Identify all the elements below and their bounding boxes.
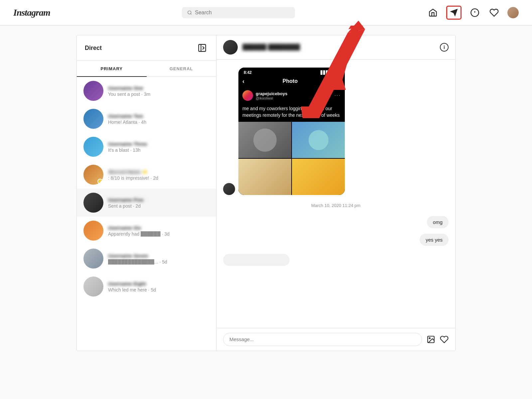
conv-preview: ██████████████... · 5d bbox=[108, 259, 209, 265]
message-bubble: yes yes bbox=[420, 234, 449, 246]
conv-info: Username One You sent a post · 3m bbox=[108, 85, 209, 97]
explore-nav-button[interactable] bbox=[469, 7, 481, 19]
conv-info: Username Five Sent a post · 2d bbox=[108, 197, 209, 209]
chat-recipient-avatar bbox=[223, 40, 238, 55]
conv-name: Username One bbox=[108, 85, 209, 91]
direct-icon bbox=[449, 8, 459, 17]
left-header: Direct bbox=[77, 35, 216, 61]
message-timestamp: March 10, 2020 11:24 pm bbox=[223, 203, 449, 208]
list-item[interactable]: Username Six Apparently had ██████ · 3d bbox=[77, 217, 216, 245]
conv-preview: You sent a post · 3m bbox=[108, 92, 209, 97]
messages-area: 8:42 ▋▋▋ ▼ 🔋 ‹ Photo bbox=[216, 60, 455, 328]
post-image-3 bbox=[238, 159, 291, 195]
top-navigation: Instagram bbox=[0, 0, 532, 26]
list-item[interactable]: Username Seven ██████████████... · 5d bbox=[77, 245, 216, 273]
sender-avatar bbox=[223, 183, 235, 195]
post-bubble: 8:42 ▋▋▋ ▼ 🔋 ‹ Photo bbox=[238, 68, 345, 195]
chat-header: ██████ ████████ i bbox=[216, 35, 455, 60]
conv-name: Username Eight bbox=[108, 281, 209, 287]
avatar bbox=[83, 277, 103, 297]
post-image-grid bbox=[238, 122, 345, 195]
phone-time: 8:42 bbox=[244, 70, 252, 75]
list-item[interactable]: Username One You sent a post · 3m bbox=[77, 77, 216, 105]
search-icon bbox=[187, 10, 192, 15]
conv-info: Username Six Apparently had ██████ · 3d bbox=[108, 225, 209, 237]
svg-line-1 bbox=[191, 14, 192, 15]
heart-icon bbox=[489, 8, 499, 17]
tab-primary[interactable]: PRIMARY bbox=[77, 61, 147, 77]
message-input[interactable] bbox=[229, 336, 416, 342]
compose-icon bbox=[198, 43, 207, 53]
explore-icon bbox=[470, 8, 479, 17]
home-nav-button[interactable] bbox=[427, 7, 439, 19]
avatar bbox=[83, 81, 103, 101]
conv-name: Blurred Name ⭐ bbox=[108, 169, 209, 175]
notifications-nav-button[interactable] bbox=[488, 7, 500, 19]
tabs-row: PRIMARY GENERAL bbox=[77, 61, 216, 77]
user-avatar[interactable] bbox=[507, 7, 519, 18]
nav-icons bbox=[427, 6, 519, 20]
list-item[interactable]: ⭐ Blurred Name ⭐ : 8/10 is impressive! ·… bbox=[77, 161, 216, 189]
conv-name: Username Five bbox=[108, 197, 209, 203]
chat-recipient-name: ██████ ████████ bbox=[242, 44, 435, 51]
instagram-logo: Instagram bbox=[13, 7, 50, 18]
avatar bbox=[83, 193, 103, 213]
post-username: grapejuiceboys bbox=[256, 91, 287, 96]
list-item[interactable]: Username Two Home! Atlanta · 4h bbox=[77, 105, 216, 133]
avatar: ⭐ bbox=[83, 165, 103, 185]
direct-title: Direct bbox=[85, 45, 102, 52]
message-row-outgoing: yes yes bbox=[223, 234, 449, 246]
avatar bbox=[83, 249, 103, 269]
conv-preview: It's a blast · 13h bbox=[108, 147, 209, 153]
message-input-row bbox=[216, 328, 455, 351]
refresh-icon: ↺ bbox=[336, 78, 341, 85]
conv-preview: Sent a post · 2d bbox=[108, 203, 209, 209]
avatar bbox=[83, 137, 103, 157]
search-bar[interactable] bbox=[182, 7, 295, 18]
right-panel: ██████ ████████ i 8:42 bbox=[216, 35, 455, 351]
photo-title: Photo bbox=[283, 78, 298, 84]
compose-button[interactable] bbox=[196, 42, 208, 54]
more-icon: ··· bbox=[334, 93, 341, 99]
photo-attach-button[interactable] bbox=[427, 335, 435, 344]
conv-info: Username Seven ██████████████... · 5d bbox=[108, 253, 209, 265]
phone-nav-bar: ‹ Photo ↺ bbox=[238, 76, 345, 88]
search-input[interactable] bbox=[195, 10, 290, 16]
heart-input-icon bbox=[440, 335, 449, 344]
left-panel: Direct PRIMARY GENERAL bbox=[77, 35, 216, 351]
phone-mockup: 8:42 ▋▋▋ ▼ 🔋 ‹ Photo bbox=[238, 68, 345, 195]
post-image-1 bbox=[238, 122, 291, 158]
message-row-outgoing: omg bbox=[223, 216, 449, 228]
tab-general[interactable]: GENERAL bbox=[147, 61, 216, 77]
message-input-wrap[interactable] bbox=[223, 333, 422, 346]
list-item[interactable]: Username Three It's a blast · 13h bbox=[77, 133, 216, 161]
conv-name: Username Six bbox=[108, 225, 209, 231]
info-icon: i bbox=[440, 43, 449, 52]
conv-name: Username Two bbox=[108, 113, 209, 119]
phone-post-header: grapejuiceboys @ikasliwal ··· bbox=[238, 88, 345, 103]
conv-info: Username Eight Which led me here · 5d bbox=[108, 281, 209, 293]
post-handle: @ikasliwal bbox=[256, 96, 287, 100]
direct-nav-button[interactable] bbox=[446, 6, 462, 20]
sent-post-message: 8:42 ▋▋▋ ▼ 🔋 ‹ Photo bbox=[223, 68, 449, 195]
post-user-avatar bbox=[242, 90, 253, 101]
dm-container: Direct PRIMARY GENERAL bbox=[76, 35, 456, 351]
reply-preview bbox=[223, 254, 290, 266]
main-content: Direct PRIMARY GENERAL bbox=[0, 26, 532, 360]
conv-info: Username Three It's a blast · 13h bbox=[108, 141, 209, 153]
list-item[interactable]: Username Eight Which led me here · 5d bbox=[77, 273, 216, 300]
conv-name: Username Seven bbox=[108, 253, 209, 259]
image-icon bbox=[427, 335, 435, 344]
avatar bbox=[83, 221, 103, 241]
svg-point-11 bbox=[429, 338, 430, 339]
like-button[interactable] bbox=[440, 335, 449, 344]
svg-point-0 bbox=[188, 11, 191, 14]
conv-preview: Apparently had ██████ · 3d bbox=[108, 231, 209, 237]
list-item[interactable]: Username Five Sent a post · 2d bbox=[77, 189, 216, 217]
post-image-2 bbox=[292, 122, 345, 158]
info-button[interactable]: i bbox=[440, 43, 449, 52]
avatar bbox=[83, 109, 103, 129]
phone-status-bar: 8:42 ▋▋▋ ▼ 🔋 bbox=[238, 68, 345, 76]
home-icon bbox=[428, 8, 438, 17]
post-image-4 bbox=[292, 159, 345, 195]
